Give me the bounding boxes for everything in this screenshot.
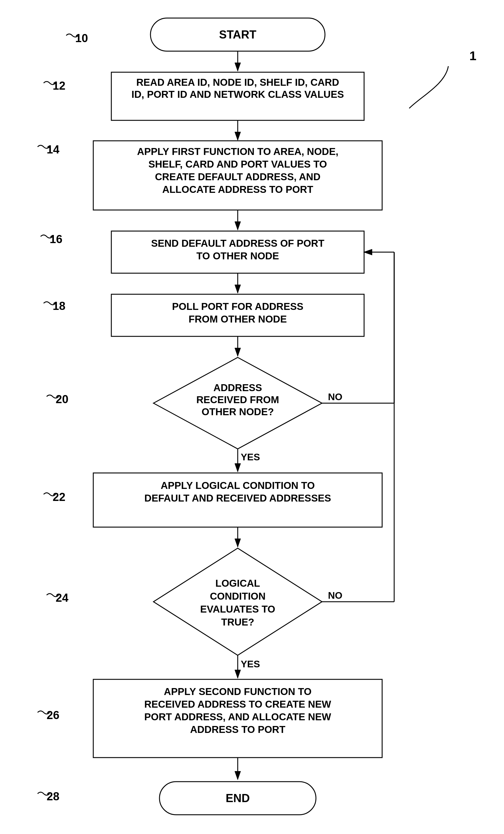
step26-line4: ADDRESS TO PORT bbox=[190, 724, 286, 735]
step20-yes-label: YES bbox=[241, 452, 260, 462]
step24-line1: LOGICAL bbox=[215, 578, 260, 589]
step-label-24: 24 bbox=[56, 592, 68, 604]
step26-line3: PORT ADDRESS, AND ALLOCATE NEW bbox=[145, 711, 332, 722]
step16-line2: TO OTHER NODE bbox=[196, 250, 279, 261]
step14-line4: ALLOCATE ADDRESS TO PORT bbox=[162, 184, 313, 195]
step24-no-label: NO bbox=[328, 590, 343, 601]
step20-line2: RECEIVED FROM bbox=[196, 394, 279, 405]
step-label-28: 28 bbox=[47, 790, 59, 803]
step26-line2: RECEIVED ADDRESS TO CREATE NEW bbox=[145, 699, 332, 710]
step20-line1: ADDRESS bbox=[213, 382, 262, 393]
step22-line1: APPLY LOGICAL CONDITION TO bbox=[161, 480, 315, 491]
step-label-20: 20 bbox=[56, 393, 68, 405]
step24-line4: TRUE? bbox=[221, 616, 254, 628]
step12-line2: ID, PORT ID AND NETWORK CLASS VALUES bbox=[131, 89, 344, 100]
flowchart-container: 1 10 START 12 READ AREA ID, NODE ID, SHE… bbox=[0, 0, 504, 834]
step12-line1: READ AREA ID, NODE ID, SHELF ID, CARD bbox=[136, 77, 339, 88]
step20-line3: OTHER NODE? bbox=[202, 406, 274, 417]
step-label-14: 14 bbox=[47, 143, 59, 156]
step24-line3: EVALUATES TO bbox=[200, 603, 275, 615]
start-label: START bbox=[219, 28, 256, 41]
step26-line1: APPLY SECOND FUNCTION TO bbox=[164, 686, 312, 697]
step14-line1: APPLY FIRST FUNCTION TO AREA, NODE, bbox=[137, 146, 338, 157]
step-label-12: 12 bbox=[53, 80, 65, 92]
step16-line1: SEND DEFAULT ADDRESS OF PORT bbox=[151, 238, 324, 249]
step-label-16: 16 bbox=[50, 233, 62, 245]
reference-number: 1 bbox=[469, 49, 476, 63]
step24-diamond bbox=[153, 548, 322, 655]
step24-line2: CONDITION bbox=[210, 591, 265, 602]
step14-line2: SHELF, CARD AND PORT VALUES TO bbox=[148, 158, 327, 170]
step-label-22: 22 bbox=[53, 491, 65, 503]
step24-yes-label: YES bbox=[241, 659, 260, 670]
step-label-26: 26 bbox=[47, 709, 59, 722]
step-label-10: 10 bbox=[75, 32, 88, 45]
step14-line3: CREATE DEFAULT ADDRESS, AND bbox=[155, 171, 321, 182]
step18-line1: POLL PORT FOR ADDRESS bbox=[172, 301, 303, 312]
step18-line2: FROM OTHER NODE bbox=[189, 313, 287, 325]
step-label-18: 18 bbox=[53, 300, 65, 312]
step20-no-label: NO bbox=[328, 391, 343, 402]
end-label: END bbox=[226, 792, 250, 805]
step22-line2: DEFAULT AND RECEIVED ADDRESSES bbox=[145, 492, 331, 504]
